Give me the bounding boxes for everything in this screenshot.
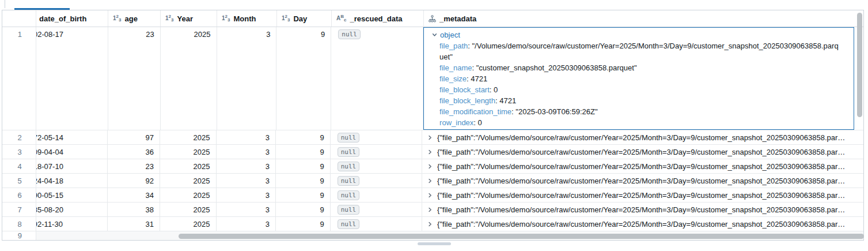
row-number: 4 [2, 159, 36, 173]
metadata-json-preview: {"file_path":"/Volumes/demo/source/raw/c… [437, 162, 847, 171]
cell-Year[interactable]: 2025 [160, 203, 217, 216]
horizontal-scrollbar-thumb[interactable] [179, 234, 864, 239]
cell-_rescued_data[interactable]: null [331, 174, 422, 188]
cell-Month[interactable]: 3 [217, 159, 276, 173]
cell-_rescued_data[interactable]: null [331, 217, 422, 231]
null-badge: null [338, 190, 360, 200]
cell-Month[interactable]: 3 [217, 27, 277, 130]
cell-_rescued_data[interactable]: null [331, 130, 422, 144]
chevron-right-icon[interactable] [427, 163, 433, 170]
null-badge: null [338, 29, 361, 39]
cell-Day[interactable]: 9 [276, 217, 331, 231]
cell-date_of_birth[interactable]: 02-08-17 [36, 27, 108, 130]
panel-resize-handle[interactable] [418, 242, 451, 245]
cell-date_of_birth[interactable]: 24-04-18 [36, 174, 108, 188]
metadata-json-preview: {"file_path":"/Volumes/demo/source/raw/c… [437, 205, 847, 214]
cell-_metadata[interactable]: {"file_path":"/Volumes/demo/source/raw/c… [422, 145, 863, 159]
cell-Day[interactable]: 9 [276, 188, 331, 202]
cell-_metadata[interactable]: {"file_path":"/Volumes/demo/source/raw/c… [422, 188, 863, 202]
cell-date_of_birth[interactable]: 90-05-15 [36, 188, 108, 202]
number-type-icon: 123 [165, 16, 173, 21]
cell-date_of_birth[interactable]: 18-07-10 [36, 159, 108, 173]
table-row: 524-04-1892202539null{"file_path":"/Volu… [2, 174, 863, 188]
chevron-right-icon[interactable] [427, 207, 433, 213]
null-badge: null [338, 176, 360, 186]
object-value: "customer_snapshot_20250309063858.parque… [476, 63, 637, 72]
date-of-birth-value: 02-08-17 [36, 30, 63, 39]
cell-_metadata[interactable]: {"file_path":"/Volumes/demo/source/raw/c… [422, 130, 863, 144]
cell-age[interactable]: 31 [108, 217, 160, 231]
cell-Month[interactable]: 3 [217, 188, 276, 202]
chevron-right-icon[interactable] [427, 192, 433, 198]
date-of-birth-value: 92-11-30 [36, 220, 63, 228]
cell-Day[interactable]: 9 [276, 27, 331, 130]
cell-Year[interactable]: 2025 [160, 130, 217, 144]
cell-Year[interactable]: 2025 [160, 217, 217, 231]
cell-Year[interactable]: 2025 [160, 188, 217, 202]
header-cell-date_of_birth[interactable]: date_of_birth [36, 10, 108, 27]
cell-Month[interactable]: 3 [217, 203, 276, 216]
chevron-right-icon[interactable] [427, 178, 433, 184]
cell-date_of_birth[interactable]: 85-08-20 [36, 203, 108, 216]
cell-date_of_birth[interactable]: 92-11-30 [36, 217, 108, 231]
cell-age[interactable]: 38 [108, 203, 160, 216]
cell-_rescued_data[interactable]: null [331, 203, 422, 216]
cell-_metadata[interactable]: {"file_path":"/Volumes/demo/source/raw/c… [422, 174, 863, 188]
cell-date_of_birth[interactable]: 72-05-14 [36, 130, 108, 144]
cell-Day[interactable]: 9 [276, 145, 331, 159]
cell-Year[interactable]: 2025 [160, 145, 217, 159]
header-cell-_metadata[interactable]: _metadata [424, 10, 863, 27]
cell-_metadata[interactable]: objectfile_path: "/Volumes/demo/source/r… [423, 27, 863, 130]
number-type-icon: 123 [113, 16, 121, 21]
header-cell-Month[interactable]: 123Month [217, 10, 277, 27]
vertical-scrollbar-thumb[interactable] [857, 13, 862, 117]
chevron-right-icon[interactable] [427, 221, 433, 227]
cell-Year[interactable]: 2025 [160, 174, 217, 188]
object-value: "2025-03-09T06:59:26Z" [516, 107, 597, 116]
object-value: 4721 [471, 74, 487, 83]
header-cell-Year[interactable]: 123Year [161, 10, 217, 27]
row-number: 9 [2, 231, 36, 240]
cell-_metadata[interactable]: {"file_path":"/Volumes/demo/source/raw/c… [422, 203, 863, 216]
cell-Year[interactable]: 2025 [160, 159, 217, 173]
cell-Day[interactable]: 9 [276, 159, 331, 173]
cell-age[interactable]: 92 [108, 174, 160, 188]
object-field: file_block_length: 4721 [439, 95, 841, 106]
cell-age[interactable]: 23 [108, 159, 160, 173]
cell-Month[interactable]: 3 [217, 217, 276, 231]
date-of-birth-value: 24-04-18 [36, 177, 63, 185]
cell-age[interactable]: 36 [108, 145, 160, 159]
cell-_rescued_data[interactable]: null [331, 145, 422, 159]
cell-Day[interactable]: 9 [276, 203, 331, 216]
header-cell-Day[interactable]: 123Day [277, 10, 332, 27]
cell-Day[interactable]: 9 [276, 130, 331, 144]
cell-age[interactable]: 34 [108, 188, 160, 202]
header-cell-_rescued_data[interactable]: ABc_rescued_data [332, 10, 424, 27]
cell-Year[interactable]: 2025 [161, 27, 217, 130]
cell-Day[interactable]: 9 [276, 174, 331, 188]
null-badge: null [338, 133, 360, 143]
cell-Month[interactable]: 3 [217, 174, 276, 188]
cell-age[interactable]: 97 [108, 130, 160, 144]
object-field: file_block_start: 0 [439, 84, 841, 95]
chevron-right-icon[interactable] [427, 149, 433, 155]
header-label-Day: Day [293, 14, 307, 23]
cell-_rescued_data[interactable]: null [331, 27, 423, 130]
cell-Month[interactable]: 3 [217, 130, 276, 144]
table-row: 892-11-3031202539null{"file_path":"/Volu… [2, 217, 863, 231]
cell-_metadata[interactable]: {"file_path":"/Volumes/demo/source/raw/c… [422, 217, 863, 231]
null-badge: null [338, 162, 360, 171]
chevron-down-icon[interactable] [431, 32, 438, 38]
object-value: 0 [478, 118, 482, 127]
metadata-json-preview: {"file_path":"/Volumes/demo/source/raw/c… [437, 133, 847, 142]
cell-Month[interactable]: 3 [217, 145, 276, 159]
table-row: 690-05-1534202539null{"file_path":"/Volu… [2, 188, 863, 203]
cell-_rescued_data[interactable]: null [331, 188, 422, 202]
cell-date_of_birth[interactable]: 09-04-04 [36, 145, 108, 159]
chevron-right-icon[interactable] [427, 134, 433, 141]
cell-_metadata[interactable]: {"file_path":"/Volumes/demo/source/raw/c… [422, 159, 863, 173]
header-cell-age[interactable]: 123age [108, 10, 161, 27]
cell-_rescued_data[interactable]: null [331, 159, 422, 173]
cell-age[interactable]: 23 [108, 27, 161, 130]
date-of-birth-value: 72-05-14 [36, 133, 63, 142]
